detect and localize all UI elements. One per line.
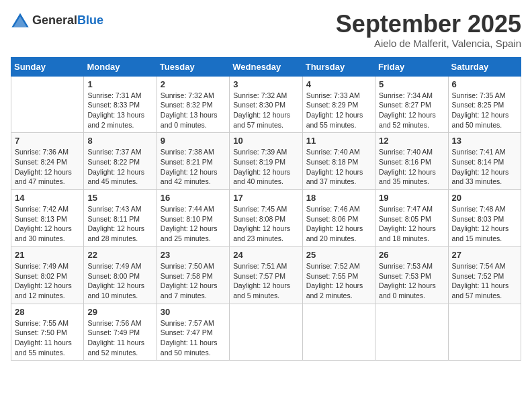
day-number: 24	[233, 250, 298, 260]
day-number: 9	[161, 136, 226, 146]
logo: GeneralBlue	[11, 11, 103, 30]
day-info: Sunrise: 7:31 AMSunset: 8:33 PMDaylight:…	[87, 91, 152, 130]
day-number: 10	[233, 136, 298, 146]
calendar-cell: 4Sunrise: 7:33 AMSunset: 8:29 PMDaylight…	[302, 76, 375, 133]
day-info: Sunrise: 7:35 AMSunset: 8:25 PMDaylight:…	[452, 91, 517, 130]
location-title: Aielo de Malferit, Valencia, Spain	[336, 38, 521, 49]
week-row-1: 1Sunrise: 7:31 AMSunset: 8:33 PMDaylight…	[11, 76, 521, 133]
day-info: Sunrise: 7:57 AMSunset: 7:47 PMDaylight:…	[161, 318, 226, 358]
day-number: 19	[379, 193, 444, 203]
calendar-cell: 25Sunrise: 7:52 AMSunset: 7:55 PMDayligh…	[302, 246, 375, 304]
day-number: 8	[87, 136, 152, 146]
calendar-cell: 24Sunrise: 7:51 AMSunset: 7:57 PMDayligh…	[230, 246, 302, 304]
calendar-cell: 1Sunrise: 7:31 AMSunset: 8:33 PMDaylight…	[84, 76, 157, 133]
day-info: Sunrise: 7:36 AMSunset: 8:24 PMDaylight:…	[15, 147, 80, 187]
weekday-header-friday: Friday	[375, 57, 448, 76]
calendar-cell: 3Sunrise: 7:32 AMSunset: 8:30 PMDaylight…	[230, 76, 302, 133]
calendar-cell: 2Sunrise: 7:32 AMSunset: 8:32 PMDaylight…	[157, 76, 229, 133]
page-header: GeneralBlue September 2025 Aielo de Malf…	[11, 11, 521, 49]
day-info: Sunrise: 7:53 AMSunset: 7:53 PMDaylight:…	[379, 261, 444, 301]
day-number: 3	[233, 79, 298, 89]
day-info: Sunrise: 7:44 AMSunset: 8:10 PMDaylight:…	[161, 204, 226, 244]
day-info: Sunrise: 7:37 AMSunset: 8:22 PMDaylight:…	[87, 147, 152, 187]
day-number: 6	[452, 79, 517, 89]
day-number: 4	[306, 79, 371, 89]
weekday-header-wednesday: Wednesday	[230, 57, 302, 76]
day-info: Sunrise: 7:54 AMSunset: 7:52 PMDaylight:…	[452, 261, 517, 301]
calendar-cell	[11, 76, 84, 133]
calendar-table: SundayMondayTuesdayWednesdayThursdayFrid…	[11, 57, 521, 361]
day-number: 30	[161, 307, 226, 317]
day-number: 13	[452, 136, 517, 146]
day-number: 22	[87, 250, 152, 260]
day-info: Sunrise: 7:41 AMSunset: 8:14 PMDaylight:…	[452, 147, 517, 187]
day-info: Sunrise: 7:45 AMSunset: 8:08 PMDaylight:…	[233, 204, 298, 244]
weekday-header-saturday: Saturday	[448, 57, 521, 76]
day-number: 20	[452, 193, 517, 203]
calendar-cell: 13Sunrise: 7:41 AMSunset: 8:14 PMDayligh…	[448, 133, 521, 190]
calendar-cell	[302, 304, 375, 361]
calendar-cell: 19Sunrise: 7:47 AMSunset: 8:05 PMDayligh…	[375, 190, 448, 247]
calendar-cell: 20Sunrise: 7:48 AMSunset: 8:03 PMDayligh…	[448, 190, 521, 247]
calendar-cell: 27Sunrise: 7:54 AMSunset: 7:52 PMDayligh…	[448, 246, 521, 304]
weekday-header-row: SundayMondayTuesdayWednesdayThursdayFrid…	[11, 57, 521, 76]
calendar-cell: 8Sunrise: 7:37 AMSunset: 8:22 PMDaylight…	[84, 133, 157, 190]
calendar-cell	[375, 304, 448, 361]
day-info: Sunrise: 7:39 AMSunset: 8:19 PMDaylight:…	[233, 147, 298, 187]
day-number: 26	[379, 250, 444, 260]
day-info: Sunrise: 7:56 AMSunset: 7:49 PMDaylight:…	[87, 318, 152, 358]
day-number: 21	[15, 250, 80, 260]
day-number: 5	[379, 79, 444, 89]
calendar-cell: 11Sunrise: 7:40 AMSunset: 8:18 PMDayligh…	[302, 133, 375, 190]
calendar-cell: 6Sunrise: 7:35 AMSunset: 8:25 PMDaylight…	[448, 76, 521, 133]
day-info: Sunrise: 7:34 AMSunset: 8:27 PMDaylight:…	[379, 91, 444, 130]
day-number: 28	[15, 307, 80, 317]
day-info: Sunrise: 7:55 AMSunset: 7:50 PMDaylight:…	[15, 318, 80, 358]
calendar-cell: 9Sunrise: 7:38 AMSunset: 8:21 PMDaylight…	[157, 133, 229, 190]
day-number: 11	[306, 136, 371, 146]
day-info: Sunrise: 7:48 AMSunset: 8:03 PMDaylight:…	[452, 204, 517, 244]
day-info: Sunrise: 7:42 AMSunset: 8:13 PMDaylight:…	[15, 204, 80, 244]
day-number: 23	[161, 250, 226, 260]
day-number: 2	[161, 79, 226, 89]
logo-text-general: General	[32, 13, 77, 27]
calendar-cell: 18Sunrise: 7:46 AMSunset: 8:06 PMDayligh…	[302, 190, 375, 247]
calendar-cell: 5Sunrise: 7:34 AMSunset: 8:27 PMDaylight…	[375, 76, 448, 133]
day-info: Sunrise: 7:38 AMSunset: 8:21 PMDaylight:…	[161, 147, 226, 187]
title-area: September 2025 Aielo de Malferit, Valenc…	[336, 11, 521, 49]
calendar-cell: 17Sunrise: 7:45 AMSunset: 8:08 PMDayligh…	[230, 190, 302, 247]
weekday-header-thursday: Thursday	[302, 57, 375, 76]
calendar-cell: 12Sunrise: 7:40 AMSunset: 8:16 PMDayligh…	[375, 133, 448, 190]
day-info: Sunrise: 7:46 AMSunset: 8:06 PMDaylight:…	[306, 204, 371, 244]
calendar-cell: 30Sunrise: 7:57 AMSunset: 7:47 PMDayligh…	[157, 304, 229, 361]
day-number: 16	[161, 193, 226, 203]
day-number: 25	[306, 250, 371, 260]
day-number: 29	[87, 307, 152, 317]
day-number: 1	[87, 79, 152, 89]
day-number: 14	[15, 193, 80, 203]
day-info: Sunrise: 7:50 AMSunset: 7:58 PMDaylight:…	[161, 261, 226, 301]
day-info: Sunrise: 7:32 AMSunset: 8:32 PMDaylight:…	[161, 91, 226, 130]
day-info: Sunrise: 7:32 AMSunset: 8:30 PMDaylight:…	[233, 91, 298, 130]
day-number: 17	[233, 193, 298, 203]
weekday-header-tuesday: Tuesday	[157, 57, 229, 76]
calendar-cell: 15Sunrise: 7:43 AMSunset: 8:11 PMDayligh…	[84, 190, 157, 247]
day-info: Sunrise: 7:52 AMSunset: 7:55 PMDaylight:…	[306, 261, 371, 301]
logo-text-blue: Blue	[77, 13, 103, 27]
week-row-2: 7Sunrise: 7:36 AMSunset: 8:24 PMDaylight…	[11, 133, 521, 190]
calendar-cell: 7Sunrise: 7:36 AMSunset: 8:24 PMDaylight…	[11, 133, 84, 190]
day-info: Sunrise: 7:49 AMSunset: 8:02 PMDaylight:…	[15, 261, 80, 301]
calendar-cell: 28Sunrise: 7:55 AMSunset: 7:50 PMDayligh…	[11, 304, 84, 361]
day-number: 18	[306, 193, 371, 203]
logo-icon	[11, 11, 30, 30]
calendar-cell: 26Sunrise: 7:53 AMSunset: 7:53 PMDayligh…	[375, 246, 448, 304]
weekday-header-sunday: Sunday	[11, 57, 84, 76]
day-info: Sunrise: 7:51 AMSunset: 7:57 PMDaylight:…	[233, 261, 298, 301]
calendar-cell: 21Sunrise: 7:49 AMSunset: 8:02 PMDayligh…	[11, 246, 84, 304]
calendar-cell: 23Sunrise: 7:50 AMSunset: 7:58 PMDayligh…	[157, 246, 229, 304]
month-title: September 2025	[336, 11, 521, 38]
calendar-cell	[230, 304, 302, 361]
weekday-header-monday: Monday	[84, 57, 157, 76]
calendar-cell: 16Sunrise: 7:44 AMSunset: 8:10 PMDayligh…	[157, 190, 229, 247]
week-row-3: 14Sunrise: 7:42 AMSunset: 8:13 PMDayligh…	[11, 190, 521, 247]
